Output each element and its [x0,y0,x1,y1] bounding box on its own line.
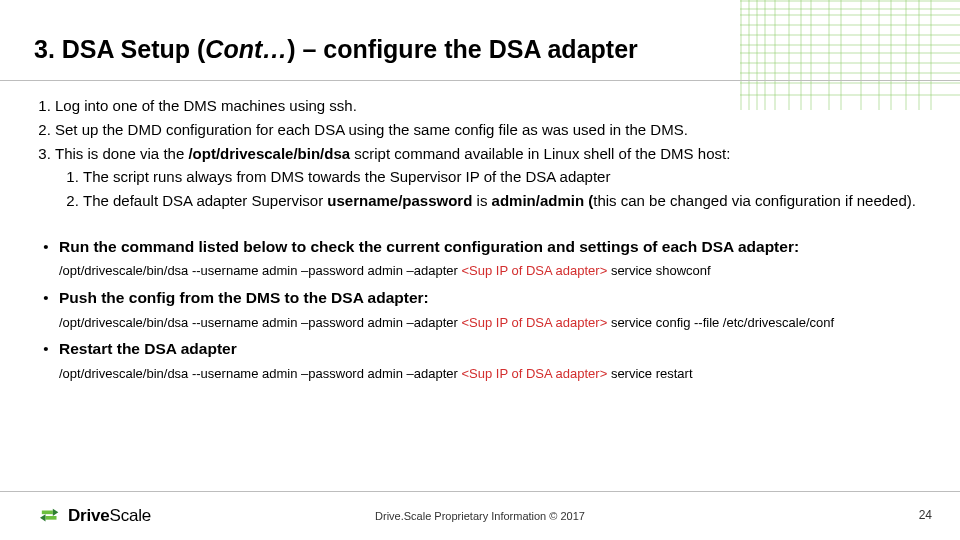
slide: 3. DSA Setup (Cont…) – configure the DSA… [0,0,960,540]
cmd1-b: service showconf [607,263,710,278]
bullet-dot: • [33,287,59,309]
substeps-list: The script runs always from DMS towards … [83,166,930,212]
bullet-row-1: • Run the command listed below to check … [33,236,930,258]
cmd1-a: /opt/drivescale/bin/dsa --username admin… [59,263,462,278]
step-3: This is done via the /opt/drivescale/bin… [55,143,930,212]
bullets-section: • Run the command listed below to check … [33,236,930,384]
substep-1: The script runs always from DMS towards … [83,166,930,188]
cmd2-b: service config --file /etc/drivescale/co… [607,315,834,330]
content-area: Log into one of the DMS machines using s… [33,95,930,388]
bullet-dot: • [33,338,59,360]
step-2-text: Set up the DMD configuration for each DS… [55,121,688,138]
step-3-path: /opt/drivescale/bin/dsa [188,145,350,162]
bullet-3-text: Restart the DSA adapter [59,338,930,360]
cmd3-b: service restart [607,366,692,381]
cmd2-sup: <Sup IP of DSA adapter> [462,315,608,330]
substep-2: The default DSA adapter Supervisor usern… [83,190,930,212]
step-1: Log into one of the DMS machines using s… [55,95,930,117]
title-italic: Cont… [205,35,287,63]
substep-2-a: The default DSA adapter Supervisor [83,192,327,209]
title-prefix: 3. DSA Setup ( [34,35,205,63]
command-3: /opt/drivescale/bin/dsa --username admin… [59,365,930,384]
bullet-row-3: • Restart the DSA adapter [33,338,930,360]
bullet-2-text: Push the config from the DMS to the DSA … [59,287,930,309]
cmd1-sup: <Sup IP of DSA adapter> [462,263,608,278]
substep-2-b: username/password [327,192,472,209]
bullet-row-2: • Push the config from the DMS to the DS… [33,287,930,309]
step-2: Set up the DMD configuration for each DS… [55,119,930,141]
title-divider [0,80,960,81]
bullet-dot: • [33,236,59,258]
command-1: /opt/drivescale/bin/dsa --username admin… [59,262,930,281]
substep-1-text: The script runs always from DMS towards … [83,168,610,185]
cmd3-a: /opt/drivescale/bin/dsa --username admin… [59,366,462,381]
command-2: /opt/drivescale/bin/dsa --username admin… [59,314,930,333]
cmd3-sup: <Sup IP of DSA adapter> [462,366,608,381]
substep-2-e: this can be changed via configuration if… [593,192,916,209]
bullet-1-text: Run the command listed below to check th… [59,236,930,258]
step-3-text-c: script command available in Linux shell … [350,145,730,162]
footer-divider [0,491,960,492]
steps-list: Log into one of the DMS machines using s… [55,95,930,212]
decorative-grid [740,0,960,110]
slide-title: 3. DSA Setup (Cont…) – configure the DSA… [34,35,638,64]
step-3-text-a: This is done via the [55,145,188,162]
cmd2-a: /opt/drivescale/bin/dsa --username admin… [59,315,462,330]
title-suffix: ) – configure the DSA adapter [287,35,638,63]
footer-copyright: Drive.Scale Proprietary Information © 20… [0,510,960,522]
page-number: 24 [919,508,932,522]
substep-2-d: admin/admin ( [492,192,594,209]
substep-2-c: is [472,192,491,209]
step-1-text: Log into one of the DMS machines using s… [55,97,357,114]
